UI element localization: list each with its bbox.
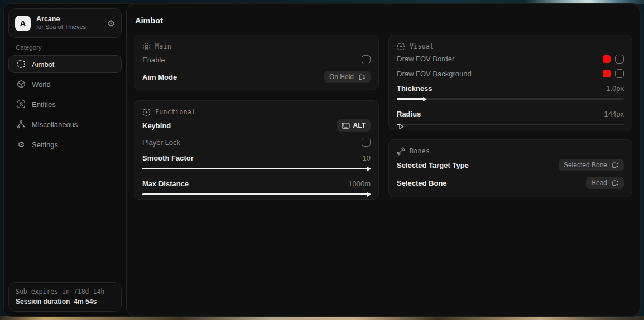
app-subtitle: for Sea of Thieves	[36, 23, 86, 31]
sidebar-nav: Aimbot World Entities Miscellaneous ⚙ Se…	[8, 55, 122, 153]
session-duration-value: 4m 54s	[74, 298, 97, 306]
radius-value: 144px	[604, 110, 624, 118]
bone-icon	[397, 147, 405, 156]
boxed-dot-icon	[142, 108, 151, 117]
card-title: Functional	[155, 108, 195, 116]
card-main: Main Enable Aim Mode On Hold	[134, 35, 379, 90]
max-distance-label: Max Distance	[142, 180, 189, 188]
enable-label: Enable	[142, 56, 165, 64]
network-icon	[17, 120, 26, 129]
slider-fill	[397, 98, 424, 100]
target-type-value: Selected Bone	[564, 161, 607, 169]
card-title: Main	[155, 42, 171, 50]
sidebar-item-settings[interactable]: ⚙ Settings	[8, 135, 122, 153]
aim-mode-label: Aim Mode	[142, 73, 177, 81]
selected-bone-label: Selected Bone	[397, 179, 447, 187]
app-meta: Arcane for Sea of Thieves	[36, 15, 86, 31]
fov-border-color-swatch[interactable]	[603, 55, 611, 63]
slider-fill	[142, 168, 371, 169]
slider-thumb[interactable]	[367, 167, 371, 171]
sidebar-item-label: Settings	[32, 140, 58, 149]
enable-checkbox[interactable]	[362, 55, 371, 64]
card-main-header: Main	[142, 41, 371, 51]
fov-border-checkbox[interactable]	[615, 55, 624, 64]
thickness-label: Thickness	[397, 84, 432, 93]
category-label: Category	[16, 44, 42, 51]
card-bones: Bones Selected Target Type Selected Bone…	[388, 139, 632, 197]
target-type-select[interactable]: Selected Bone	[559, 159, 624, 171]
focus-icon	[142, 42, 151, 51]
world-box-icon	[17, 80, 26, 89]
sidebar-item-label: Miscellaneous	[32, 120, 78, 129]
keyboard-icon	[342, 122, 350, 129]
sidebar-item-world[interactable]: World	[8, 75, 122, 93]
sidebar-item-aimbot[interactable]: Aimbot	[8, 55, 122, 73]
thickness-value: 1.0px	[606, 84, 624, 93]
aim-mode-select[interactable]: On Hold	[324, 71, 371, 83]
select-brackets-icon	[612, 180, 619, 187]
slider-thumb[interactable]	[423, 97, 427, 101]
slider-thumb[interactable]	[367, 192, 371, 197]
boxed-dot-icon	[397, 42, 405, 51]
app-window: A Arcane for Sea of Thieves ⚙ Category A…	[3, 3, 641, 317]
fov-background-checkbox[interactable]	[615, 69, 624, 78]
radius-group: Radius 144px	[397, 108, 624, 125]
max-distance-slider[interactable]	[142, 193, 371, 195]
sidebar-item-label: Entities	[32, 100, 56, 109]
card-functional-header: Functional	[142, 107, 371, 117]
scan-person-icon	[17, 100, 26, 109]
keybind-value: ALT	[353, 122, 366, 129]
session-duration-label: Session duration	[16, 298, 70, 306]
sidebar-item-label: World	[32, 80, 51, 89]
app-header-card: A Arcane for Sea of Thieves ⚙	[8, 8, 122, 38]
app-logo: A	[15, 16, 31, 31]
selected-bone-value: Head	[591, 179, 607, 187]
keybind-button[interactable]: ALT	[337, 119, 371, 132]
radius-slider[interactable]	[397, 124, 624, 125]
fov-border-label: Draw FOV Border	[397, 55, 454, 63]
max-distance-value: 1000m	[348, 180, 371, 188]
player-lock-label: Player Lock	[142, 138, 180, 147]
subscription-card: Sub expires in 718d 14h Session duration…	[8, 282, 122, 312]
radius-label: Radius	[397, 110, 421, 118]
keybind-label: Keybind	[142, 122, 171, 130]
smooth-factor-value: 10	[363, 154, 371, 162]
fov-background-color-swatch[interactable]	[603, 70, 611, 77]
crosshair-scan-icon	[17, 60, 26, 69]
card-title: Bones	[410, 147, 430, 155]
aim-mode-value: On Hold	[329, 73, 354, 81]
sidebar: A Arcane for Sea of Thieves ⚙ Category A…	[4, 4, 126, 316]
sidebar-item-label: Aimbot	[32, 60, 54, 69]
sidebar-item-miscellaneous[interactable]: Miscellaneous	[8, 115, 122, 133]
slider-thumb[interactable]	[399, 122, 404, 128]
gear-icon: ⚙	[17, 140, 26, 149]
sub-expires-text: Sub expires in 718d 14h	[16, 288, 114, 295]
max-distance-group: Max Distance 1000m	[142, 177, 371, 195]
card-bones-header: Bones	[397, 146, 624, 156]
select-brackets-icon	[612, 162, 619, 169]
app-name: Arcane	[36, 15, 86, 24]
card-title: Visual	[410, 42, 434, 50]
thickness-group: Thickness 1.0px	[397, 82, 624, 100]
session-duration: Session duration 4m 54s	[16, 298, 114, 306]
player-lock-checkbox[interactable]	[362, 138, 371, 147]
target-type-label: Selected Target Type	[397, 161, 469, 169]
smooth-factor-slider[interactable]	[142, 168, 371, 169]
smooth-factor-label: Smooth Factor	[142, 154, 194, 162]
select-brackets-icon	[358, 74, 366, 81]
sidebar-item-entities[interactable]: Entities	[8, 95, 122, 113]
gear-icon[interactable]: ⚙	[108, 19, 115, 27]
page-title: Aimbot	[135, 16, 163, 25]
fov-background-label: Draw FOV Background	[397, 70, 472, 78]
card-visual: Visual Draw FOV Border Draw FOV Backgrou…	[388, 35, 632, 130]
desktop-wallpaper-strip-bottom	[0, 316, 644, 320]
smooth-factor-group: Smooth Factor 10	[142, 152, 371, 169]
thickness-slider[interactable]	[397, 98, 624, 100]
card-visual-header: Visual	[397, 41, 624, 51]
selected-bone-select[interactable]: Head	[586, 177, 624, 189]
card-functional: Functional Keybind ALT Player Lock Smoot…	[134, 100, 379, 200]
main-panel: Aimbot Main Enable Aim Mode On Hold	[126, 4, 640, 316]
slider-fill	[142, 193, 371, 195]
